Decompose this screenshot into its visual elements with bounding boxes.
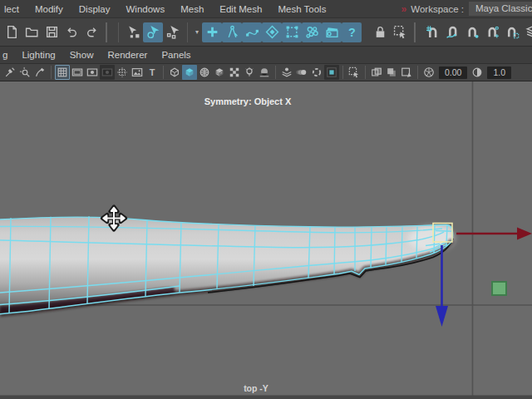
- mask-handles-button[interactable]: [202, 22, 222, 42]
- snap-to-point-button[interactable]: [462, 22, 482, 42]
- menu-shading-truncated[interactable]: g: [2, 50, 7, 60]
- menu-lighting[interactable]: Lighting: [22, 50, 55, 60]
- wire-cube-icon: [169, 66, 180, 78]
- film-gate-icon: [71, 66, 83, 78]
- menu-modify[interactable]: Modify: [35, 4, 63, 14]
- toolbar-separator: [417, 66, 418, 79]
- menu-show[interactable]: Show: [70, 50, 94, 60]
- svg-text:T: T: [150, 67, 155, 77]
- shadow-sphere-icon: [259, 66, 270, 78]
- lighting-toggle-button[interactable]: [242, 65, 257, 80]
- select-component-button[interactable]: [163, 22, 183, 42]
- exposure-field[interactable]: 0.00: [439, 66, 467, 79]
- ambient-occlusion-button[interactable]: [309, 65, 324, 80]
- redo-button[interactable]: [81, 22, 101, 42]
- anti-aliasing-button[interactable]: [324, 65, 339, 80]
- highlight-selection-button[interactable]: [390, 22, 410, 42]
- wireframe-button[interactable]: [167, 65, 182, 80]
- toolbar-section-handle[interactable]: [106, 22, 110, 42]
- menu-mesh-tools[interactable]: Mesh Tools: [278, 4, 326, 14]
- menu-edit-mesh[interactable]: Edit Mesh: [219, 4, 262, 14]
- toolbar-separator: [365, 66, 366, 79]
- resolution-gate-button[interactable]: [85, 65, 100, 80]
- mask-joints-button[interactable]: [222, 22, 242, 42]
- workspace-dropdown[interactable]: Maya Classic*: [469, 2, 532, 16]
- mask-rigid-button[interactable]: [282, 22, 302, 42]
- snap-to-grid-button[interactable]: [422, 22, 442, 42]
- mask-curves-button[interactable]: [242, 22, 262, 42]
- shaded-button[interactable]: [182, 65, 197, 80]
- snap-to-view-plane-button[interactable]: [502, 22, 522, 42]
- menu-renderer[interactable]: Renderer: [107, 50, 147, 60]
- select-object-button[interactable]: [143, 22, 163, 42]
- undo-button[interactable]: [62, 22, 81, 42]
- menu-panels[interactable]: Panels: [161, 50, 190, 60]
- undo-icon: [65, 25, 79, 39]
- textured-button[interactable]: [212, 65, 227, 80]
- mask-rendering-button[interactable]: [322, 22, 342, 42]
- image-plane-button[interactable]: [130, 65, 145, 80]
- snap-to-projected-center-button[interactable]: [482, 22, 502, 42]
- light-bulb-icon: [244, 66, 255, 78]
- wireframe-on-shaded-button[interactable]: [197, 65, 212, 80]
- magnet-plane-icon: [505, 25, 520, 39]
- new-scene-button[interactable]: [2, 22, 22, 42]
- mask-lattices-button[interactable]: [262, 22, 282, 42]
- curve-path-icon: [245, 25, 259, 39]
- workspace-selector: » Workspace : Maya Classic*: [401, 0, 532, 17]
- pan-zoom-button[interactable]: [17, 65, 32, 80]
- contrast-circle-icon: [471, 66, 483, 78]
- stack-icon: [525, 25, 532, 39]
- context-tool-button[interactable]: [2, 65, 17, 80]
- viewport-canvas[interactable]: Symmetry: Object X top -Y: [0, 81, 532, 399]
- ssao-layers-icon: [281, 66, 293, 78]
- field-chart-icon: [116, 66, 128, 78]
- menu-select[interactable]: lect: [4, 4, 19, 14]
- menu-windows[interactable]: Windows: [126, 4, 165, 14]
- workspace-chevrons-icon[interactable]: »: [401, 3, 407, 15]
- file-new-icon: [5, 25, 19, 39]
- ssao-button[interactable]: [279, 65, 294, 80]
- xray-icon: [371, 66, 382, 78]
- hud-toggle-button[interactable]: T: [145, 65, 160, 80]
- motion-blur-button[interactable]: [294, 65, 309, 80]
- grid-toggle-icon: [57, 66, 68, 78]
- field-chart-button[interactable]: [115, 65, 130, 80]
- lock-selection-button[interactable]: [370, 22, 390, 42]
- gate-mask-button[interactable]: [100, 65, 115, 80]
- multisample-icon: [326, 66, 337, 78]
- gamma-button[interactable]: [470, 65, 485, 80]
- make-live-button[interactable]: [522, 22, 532, 42]
- ao-circle-icon: [311, 66, 323, 78]
- selection-mask-caret[interactable]: ▾: [192, 28, 202, 36]
- snap-to-curve-button[interactable]: [442, 22, 462, 42]
- save-scene-button[interactable]: [42, 22, 62, 42]
- magnet-axis-icon: [485, 25, 500, 39]
- compass-icon: [225, 25, 239, 39]
- snap-section-handle[interactable]: [414, 22, 418, 42]
- use-default-material-button[interactable]: [227, 65, 242, 80]
- marquee-cursor-icon: [348, 66, 360, 78]
- gamma-field[interactable]: 1.0: [487, 66, 511, 79]
- locator-square[interactable]: [492, 282, 506, 295]
- menu-display[interactable]: Display: [79, 4, 111, 14]
- shadows-button[interactable]: [257, 65, 272, 80]
- xray-joints-button[interactable]: [384, 65, 399, 80]
- open-scene-button[interactable]: [22, 22, 42, 42]
- status-line-toolbar: ▾?: [0, 18, 532, 47]
- isolate-select-button[interactable]: [347, 65, 362, 80]
- mask-misc-button[interactable]: ?: [342, 22, 362, 42]
- xray-button[interactable]: [369, 65, 384, 80]
- exposure-button[interactable]: [421, 65, 436, 80]
- xray-active-icon: [401, 66, 412, 78]
- film-gate-button[interactable]: [70, 65, 85, 80]
- mask-dynamics-button[interactable]: [302, 22, 322, 42]
- ctx-tool-icon: [4, 66, 16, 78]
- xray-active-button[interactable]: [399, 65, 414, 80]
- grease-pencil-button[interactable]: [32, 65, 47, 80]
- select-hierarchy-button[interactable]: [123, 22, 143, 42]
- toolbar-separator: [342, 66, 343, 79]
- pan-zoom-icon: [19, 66, 31, 78]
- menu-mesh[interactable]: Mesh: [180, 4, 204, 14]
- grid-toggle-button[interactable]: [55, 65, 70, 80]
